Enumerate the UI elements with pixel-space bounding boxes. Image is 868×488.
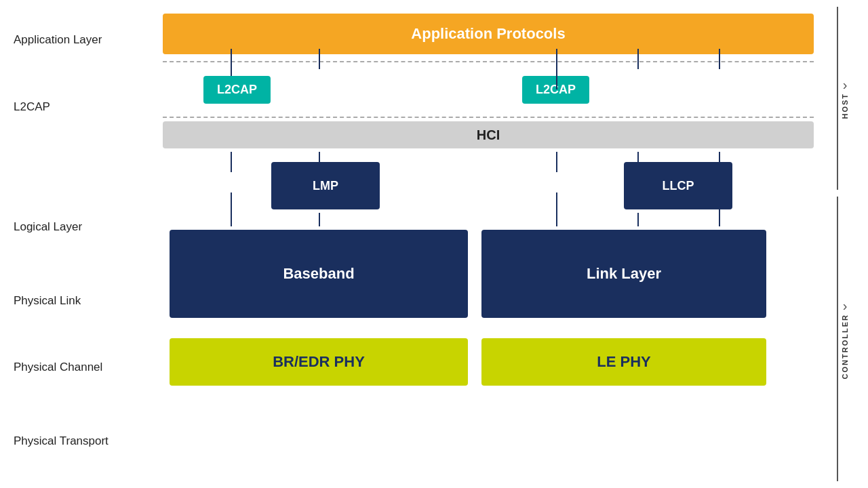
le-phy-box: LE PHY [481,338,766,386]
br-edr-phy-box: BR/EDR PHY [170,338,468,386]
connector-line-3 [556,49,557,89]
physical-link-label: Physical Link [14,274,156,328]
app-protocols-box: Application Protocols [163,14,814,54]
l2cap-left-box: L2CAP [203,76,271,104]
row-logical: LMP LLCP [163,152,814,220]
row-hci: HCI [163,118,814,152]
main-diagram: Application Protocols L2CAP L2CAP [163,7,814,481]
logical-container: LMP LLCP [163,159,814,213]
connector-line-4 [637,49,639,69]
app-layer-label: Application Layer [14,13,156,67]
conn-ll-3 [719,192,720,226]
host-arrow-wrapper: › HOST [841,7,849,190]
connector-line-5 [719,49,720,69]
controller-bracket-shape [837,197,838,481]
conn-hci-lmp-1 [231,152,232,172]
host-bracket-label: HOST [841,93,849,119]
row-physical: Baseband Link Layer [163,220,814,328]
physical-transport-label: Physical Transport [14,407,156,475]
row-application: Application Protocols [163,7,814,61]
right-bracket-area: › HOST › CONTROLLER [814,7,854,481]
controller-arrow-wrapper: › CONTROLLER [841,197,849,481]
controller-bracket-label: CONTROLLER [841,314,849,379]
diagram-wrapper: Application Layer L2CAP Logical Layer Ph… [14,7,854,481]
conn-ll-1 [556,192,557,226]
conn-hci-llcp-3 [719,152,720,172]
row-transport: BR/EDR PHY LE PHY [163,328,814,396]
transport-container: BR/EDR PHY LE PHY [163,335,814,389]
conn-hci-llcp-1 [556,152,557,172]
host-bracket-line [837,7,838,190]
connector-line-2 [319,49,320,69]
l2cap-layer-label: L2CAP [14,80,156,134]
baseband-box: Baseband [170,230,468,318]
controller-bracket-line [837,197,838,481]
physical-container: Baseband Link Layer [163,226,814,321]
lmp-box: LMP [271,162,380,209]
physical-channel-label: Physical Channel [14,340,156,394]
conn-bb-1 [231,192,232,226]
link-layer-box: Link Layer [481,230,766,318]
logical-layer-label: Logical Layer [14,193,156,261]
labels-column: Application Layer L2CAP Logical Layer Ph… [14,7,163,481]
host-bracket: › HOST [837,7,849,190]
controller-arrow-icon: › [843,298,848,314]
l2cap-container: L2CAP L2CAP [163,69,814,110]
hci-box: HCI [163,121,814,148]
controller-bracket: › CONTROLLER [837,197,849,481]
conn-hci-llcp-2 [637,152,639,172]
host-bracket-shape [837,7,838,190]
llcp-box: LLCP [624,162,732,209]
conn-ll-2 [637,213,639,226]
conn-bb-2 [319,213,320,226]
row-l2cap: L2CAP L2CAP [163,62,814,117]
host-arrow-icon: › [843,77,848,93]
